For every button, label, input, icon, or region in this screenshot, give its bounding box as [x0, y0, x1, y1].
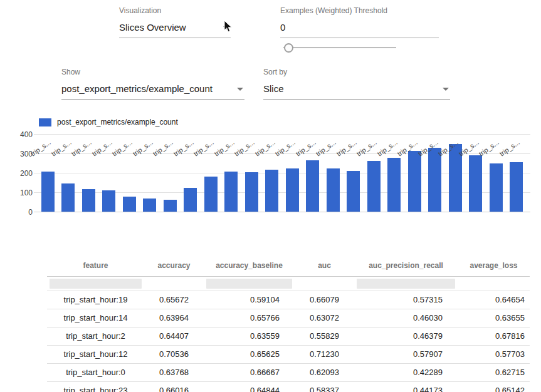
column-filter-input[interactable] — [50, 279, 142, 289]
mouse-cursor-icon — [224, 20, 233, 33]
metric-cell: 0.64654 — [458, 291, 530, 309]
threshold-input[interactable]: 0 — [280, 21, 439, 38]
metric-cell: 0.57315 — [354, 291, 458, 309]
table-row[interactable]: trip_start_hour:20.644070.635590.558290.… — [47, 327, 530, 345]
show-label: Show — [61, 68, 244, 76]
metric-cell: 0.57703 — [458, 345, 530, 363]
y-axis-tick-label: 100 — [5, 188, 33, 197]
feature-cell: trip_start_hour:23 — [47, 381, 144, 392]
filter-cell — [144, 276, 204, 291]
metric-cell: 0.66079 — [295, 291, 354, 309]
column-header-accuracy[interactable]: accuracy — [144, 255, 204, 276]
gridline — [34, 212, 530, 212]
filter-cell — [204, 276, 295, 291]
metric-cell: 0.67816 — [458, 327, 530, 345]
metric-cell: 0.64844 — [204, 381, 295, 392]
metric-cell: 0.65672 — [144, 291, 204, 309]
metric-cell: 0.63655 — [458, 309, 530, 327]
bar[interactable] — [143, 199, 156, 212]
column-header-auc[interactable]: auc — [295, 255, 354, 276]
bar[interactable] — [123, 197, 136, 212]
gridline — [34, 134, 530, 135]
filter-cell — [295, 276, 354, 291]
feature-cell: trip_start_hour:12 — [47, 345, 144, 363]
chevron-down-icon — [443, 88, 449, 91]
bar[interactable] — [102, 190, 115, 212]
metric-cell: 0.57907 — [354, 345, 458, 363]
table-header-row: featureaccuracyaccuracy_baselineaucauc_p… — [47, 255, 530, 276]
bar[interactable] — [245, 172, 258, 212]
table-row[interactable]: trip_start_hour:00.637680.666670.620930.… — [47, 363, 530, 381]
column-header-accuracy_baseline[interactable]: accuracy_baseline — [204, 255, 295, 276]
feature-cell: trip_start_hour:14 — [47, 309, 144, 327]
threshold-value: 0 — [280, 22, 285, 33]
legend-label: post_export_metrics/example_count — [57, 118, 178, 126]
bar[interactable] — [41, 172, 55, 212]
table-row[interactable]: trip_start_hour:230.660160.648440.583370… — [47, 381, 530, 392]
filter-cell — [458, 276, 530, 291]
visualization-value: Slices Overview — [119, 22, 186, 33]
bar[interactable] — [224, 172, 238, 212]
table-body: trip_start_hour:190.656720.591040.660790… — [47, 291, 530, 392]
metric-cell: 0.65625 — [204, 345, 295, 363]
y-axis-tick-label: 400 — [5, 130, 33, 139]
sort-by-select[interactable]: Slice — [263, 82, 450, 100]
column-header-average_loss[interactable]: average_loss — [458, 255, 530, 276]
filter-cell — [47, 276, 144, 291]
metric-cell: 0.63559 — [204, 327, 295, 345]
metric-cell: 0.65766 — [204, 309, 295, 327]
bar[interactable] — [490, 163, 503, 212]
metric-cell: 0.58337 — [295, 381, 354, 392]
show-select[interactable]: post_export_metrics/example_count — [61, 82, 244, 100]
visualization-label: Visualization — [119, 6, 231, 15]
show-value: post_export_metrics/example_count — [61, 83, 213, 94]
metric-cell: 0.46030 — [354, 309, 458, 327]
bar-plot: 0100200300400trip_s...trip_s...trip_s...… — [38, 135, 527, 212]
legend-color-swatch — [39, 118, 51, 126]
bar[interactable] — [510, 162, 523, 212]
threshold-control: Examples (Weighted) Threshold 0 — [280, 6, 439, 38]
metric-cell: 0.63072 — [295, 309, 354, 327]
metric-cell: 0.55829 — [295, 327, 354, 345]
metric-cell: 0.62093 — [295, 363, 354, 381]
column-header-auc_precision_recall[interactable]: auc_precision_recall — [354, 255, 458, 276]
metric-cell: 0.71230 — [295, 345, 354, 363]
bar[interactable] — [82, 189, 95, 212]
table-filter-row — [47, 276, 530, 291]
metric-cell: 0.42289 — [354, 363, 458, 381]
threshold-label: Examples (Weighted) Threshold — [280, 6, 439, 15]
bar[interactable] — [184, 188, 197, 212]
y-axis-tick-label: 0 — [5, 208, 33, 217]
table-row[interactable]: trip_start_hour:140.639640.657660.630720… — [47, 309, 530, 327]
metric-cell: 0.65142 — [458, 381, 530, 392]
sort-by-control: Sort by Slice — [263, 68, 450, 100]
filter-cell — [354, 276, 458, 291]
show-control: Show post_export_metrics/example_count — [61, 68, 244, 100]
metrics-table: featureaccuracyaccuracy_baselineaucauc_p… — [47, 255, 530, 392]
metric-cell: 0.66667 — [204, 363, 295, 381]
bar[interactable] — [61, 183, 75, 212]
bar[interactable] — [164, 200, 177, 212]
table-row[interactable]: trip_start_hour:120.705360.656250.712300… — [47, 345, 530, 363]
table-row[interactable]: trip_start_hour:190.656720.591040.660790… — [47, 291, 530, 309]
slicing-metrics-browser: Visualization Slices Overview Examples (… — [0, 0, 541, 392]
column-header-feature[interactable]: feature — [47, 255, 144, 276]
visualization-control: Visualization Slices Overview — [119, 6, 231, 38]
bar[interactable] — [347, 171, 360, 212]
metric-cell: 0.59104 — [204, 291, 295, 309]
bar[interactable] — [204, 177, 218, 212]
feature-cell: trip_start_hour:19 — [47, 291, 144, 309]
column-filter-input[interactable] — [357, 279, 455, 289]
column-filter-input[interactable] — [206, 279, 292, 289]
chart-legend: post_export_metrics/example_count — [39, 118, 178, 126]
metric-cell: 0.44173 — [354, 381, 458, 392]
metric-cell: 0.66016 — [144, 381, 204, 392]
threshold-slider-knob[interactable] — [284, 43, 293, 53]
visualization-select[interactable]: Slices Overview — [119, 21, 231, 38]
threshold-slider-track[interactable] — [283, 47, 396, 48]
feature-cell: trip_start_hour:2 — [47, 327, 144, 345]
metric-cell: 0.70536 — [144, 345, 204, 363]
metric-cell: 0.63768 — [144, 363, 204, 381]
metric-cell: 0.63964 — [144, 309, 204, 327]
feature-cell: trip_start_hour:0 — [47, 363, 144, 381]
